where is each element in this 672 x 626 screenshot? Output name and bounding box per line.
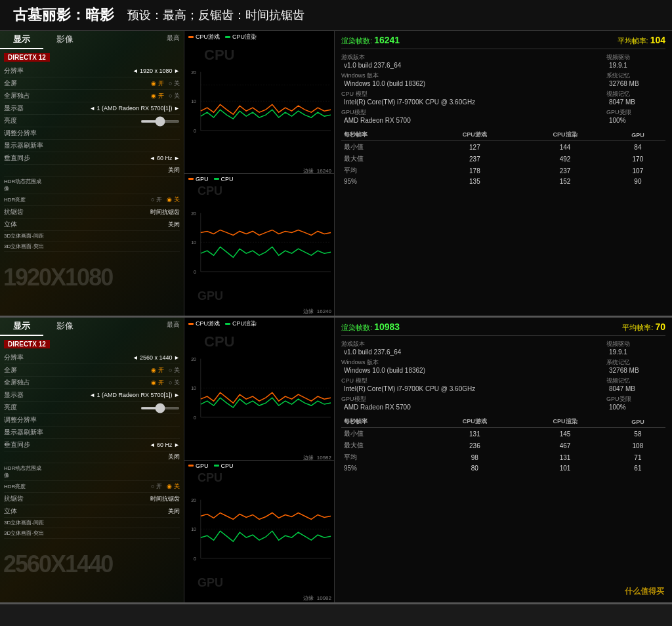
- svg-text:0: 0: [194, 129, 196, 133]
- row-adj-res-2: 调整分辨率: [4, 414, 180, 427]
- legend-label-gpu-1: GPU: [196, 176, 209, 182]
- info-right-1: 视频驱动 19.9.1 系统记忆 32768 MB 视频记忆 8047 MB G…: [606, 53, 665, 127]
- td-cpugame-avg-2: 98: [430, 451, 520, 463]
- side-sysmem-2: 系统记忆 32768 MB: [606, 358, 665, 374]
- row-3d1-2: 3D立体画面-间距: [4, 518, 180, 528]
- side-driver-2: 视频驱动 19.9.1: [606, 340, 665, 356]
- legend-cpu-game-2: CPU游戏: [188, 320, 220, 328]
- settings-overlay-2: 显示 影像 最高 DIRECTX 12 分辨率 ◄ 2560 x 1440 ► …: [0, 318, 184, 602]
- td-label-avg-2: 平均: [341, 451, 430, 463]
- legend-label-cpu-1: CPU: [221, 176, 234, 182]
- td-cpurender-avg-2: 131: [520, 451, 610, 463]
- legend-dot-green-2: [225, 323, 230, 325]
- row-vsync-off-1: 关闭: [4, 165, 180, 177]
- settings-body-1: DIRECTX 12 分辨率 ◄ 1920 x 1080 ► 全屏 ◉ 开 ○ …: [0, 49, 184, 253]
- settings-body-2: DIRECTX 12 分辨率 ◄ 2560 x 1440 ► 全屏 ◉ 开 ○ …: [0, 336, 184, 540]
- th-gpu-1: GPU: [610, 129, 665, 141]
- legend-label-cpu-game-1: CPU游戏: [196, 33, 220, 41]
- row-monitor-1: 显示器 ◄ 1 (AMD Radeon RX 5700[1]) ►: [4, 102, 180, 115]
- th-label-2: 每秒帧率: [341, 416, 430, 428]
- app-root: 古墓丽影：暗影 预设：最高；反锯齿：时间抗锯齿 1920X1080 显示 影像 …: [0, 0, 672, 604]
- render-label-1: 渲染帧数:: [341, 37, 372, 45]
- td-gpu-max-2: 108: [610, 440, 665, 451]
- graph-legend-bottom-1: GPU CPU: [184, 174, 334, 184]
- row-hdr-1: HDR动态范围成像: [4, 177, 180, 194]
- td-label-max-1: 最大值: [341, 153, 430, 165]
- graph-bottom-label-bottom-2: 边缘 10982: [184, 593, 334, 603]
- benchmark-section-1: 1920X1080 显示 影像 最高 DIRECTX 12 分辨率 ◄ 1920…: [0, 31, 672, 318]
- legend-dot-gpu-1: [188, 178, 194, 180]
- side-vidmem-1: 视频记忆 8047 MB: [606, 90, 665, 106]
- results-header-1: 渲染帧数: 16241 平均帧率: 104: [341, 35, 665, 49]
- tab-image-1[interactable]: 影像: [43, 31, 87, 49]
- quality-label-1: 最高: [163, 31, 184, 49]
- left-panel-1: 1920X1080 显示 影像 最高 DIRECTX 12 分辨率 ◄ 1920…: [0, 31, 184, 316]
- row-vsync-1: 垂直同步 ◄ 60 Hz ►: [4, 152, 180, 165]
- graph-bottom-1: GPU CPU CPU GPU 20 10: [184, 174, 334, 316]
- row-3d2-1: 3D立体画面-突出: [4, 241, 180, 252]
- svg-text:20: 20: [191, 497, 196, 502]
- quality-label-2: 最高: [163, 318, 184, 336]
- td-gpu-avg-2: 71: [610, 451, 665, 463]
- settings-tabs-1: 显示 影像 最高: [0, 31, 184, 49]
- tab-image-2[interactable]: 影像: [43, 318, 87, 336]
- svg-text:10: 10: [191, 386, 196, 390]
- row-brightness-1: 亮度: [4, 115, 180, 127]
- row-hdr2-1: HDR亮度 ○ 开 ◉ 关: [4, 194, 180, 206]
- legend-label-cpu-render-1: CPU渲染: [232, 33, 257, 41]
- table-row-avg-2: 平均 98 131 71: [341, 451, 665, 463]
- graph-svg-bottom-2: 20 10 0: [184, 471, 334, 594]
- graph-svg-bottom-1: 20 10 0: [184, 184, 334, 307]
- info-left-1: 游戏版本 v1.0 build 237.6_64 Windows 版本 Wind…: [341, 53, 600, 127]
- td-gpu-95-2: 61: [610, 463, 665, 473]
- info-gpu-1: GPU模型 AMD Radeon RX 5700: [341, 108, 600, 124]
- td-label-max-2: 最大值: [341, 440, 430, 451]
- td-cpugame-avg-1: 178: [430, 165, 520, 177]
- info-section-2: 游戏版本 v1.0 build 237.6_64 Windows 版本 Wind…: [341, 340, 665, 413]
- render-count-2: 10983: [374, 322, 400, 332]
- info-cpu-2: CPU 模型 Intel(R) Core(TM) i7-9700K CPU @ …: [341, 377, 600, 392]
- tab-display-1[interactable]: 显示: [0, 31, 43, 49]
- row-aa-2: 抗锯齿 时间抗锯齿: [4, 493, 180, 505]
- row-refresh-1: 显示器刷新率: [4, 140, 180, 152]
- legend-dot-gpu-2: [188, 465, 194, 467]
- side-gpulimit-2: GPU受限 100%: [606, 395, 665, 411]
- graph-bottom-label-bottom-1: 边缘 16240: [184, 306, 334, 316]
- table-row-min-1: 最小值 127 144 84: [341, 141, 665, 154]
- watermark-logo: 什么值得买: [625, 586, 664, 597]
- avg-label-1: 平均帧率:: [618, 37, 648, 45]
- svg-text:0: 0: [194, 415, 196, 420]
- middle-panel-1: CPU游戏 CPU渲染 CPU 20 10: [184, 31, 335, 316]
- td-cpugame-95-2: 80: [430, 463, 520, 473]
- info-section-1: 游戏版本 v1.0 build 237.6_64 Windows 版本 Wind…: [341, 53, 665, 127]
- graph-top-1: CPU游戏 CPU渲染 CPU 20 10: [184, 31, 334, 174]
- row-aa-1: 抗锯齿 时间抗锯齿: [4, 206, 180, 219]
- legend-label-cpu-render-2: CPU渲染: [232, 320, 257, 328]
- row-hdr2-2: HDR亮度 ○ 开 ◉ 关: [4, 481, 180, 493]
- row-resolution-1: 分辨率 ◄ 1920 x 1080 ►: [4, 65, 180, 77]
- left-panel-2: 2560X1440 显示 影像 最高 DIRECTX 12 分辨率 ◄ 2560…: [0, 318, 184, 602]
- td-label-95-1: 95%: [341, 177, 430, 186]
- td-cpurender-min-1: 144: [520, 141, 610, 154]
- td-cpugame-95-1: 135: [430, 177, 520, 186]
- avg-fps-1: 104: [650, 35, 665, 45]
- directx-badge-1: DIRECTX 12: [4, 53, 50, 62]
- graph-svg-top-2: 20 10 0: [184, 330, 334, 453]
- td-gpu-95-1: 90: [610, 177, 665, 186]
- legend-cpu-render-2: CPU渲染: [225, 320, 257, 328]
- avg-label-2: 平均帧率:: [622, 323, 653, 331]
- legend-cpu-1: CPU: [214, 176, 234, 182]
- td-cpurender-max-2: 467: [520, 440, 610, 451]
- th-cpu-render-1: CPU渲染: [520, 129, 610, 141]
- table-row-max-1: 最大值 237 492 170: [341, 153, 665, 165]
- row-brightness-2: 亮度: [4, 402, 180, 414]
- render-label-2: 渲染帧数:: [341, 323, 372, 331]
- td-cpurender-95-2: 101: [520, 463, 610, 473]
- th-cpu-game-2: CPU游戏: [430, 416, 520, 428]
- tab-display-2[interactable]: 显示: [0, 318, 43, 336]
- info-game-version-1: 游戏版本 v1.0 build 237.6_64: [341, 53, 600, 69]
- row-3d2-2: 3D立体画面-突出: [4, 528, 180, 539]
- legend-gpu-2: GPU: [188, 463, 209, 469]
- th-cpu-game-1: CPU游戏: [430, 129, 520, 141]
- info-windows-2: Windows 版本 Windows 10.0 (build 18362): [341, 358, 600, 374]
